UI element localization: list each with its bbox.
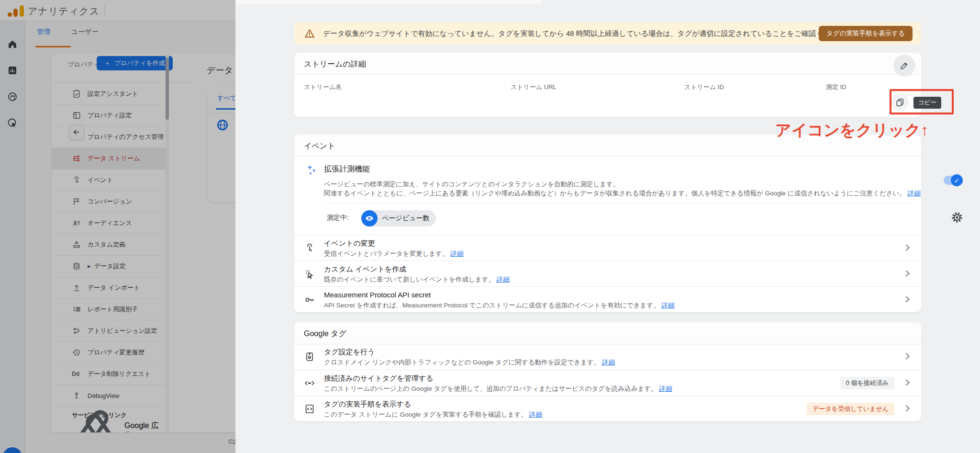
data-collection-warning-banner: データ収集がウェブサイトで有効になっていません。タグを実装してから 48 時間以…: [294, 23, 921, 45]
field-label-stream-name: ストリーム名: [304, 83, 342, 91]
enhanced-measurement-title: 拡張計測機能: [324, 164, 370, 174]
detail-link[interactable]: 詳細: [529, 411, 542, 418]
row-desc: 受信イベントとパラメータを変更します。 詳細: [324, 249, 463, 258]
list-item-measurement-protocol[interactable]: Measurement Protocol API secret API Secr…: [294, 286, 921, 312]
install-tag-icon: [304, 403, 315, 415]
enhanced-measurement-sparkle-icon: [305, 163, 318, 177]
row-title: Measurement Protocol API secret: [324, 291, 431, 299]
warning-triangle-icon: [304, 28, 315, 39]
connected-count-badge: 0 個を接続済み: [840, 377, 894, 389]
list-item-view-tag-instructions[interactable]: タグの実装手順を表示する このデータ ストリームに Google タグを実装する…: [294, 396, 921, 421]
annotation-text: アイコンをクリック↑: [775, 120, 928, 141]
field-label-stream-id: ストリーム ID: [684, 83, 724, 91]
divider: [324, 203, 912, 204]
chevron-right-icon: [902, 294, 913, 305]
magic-cursor-icon: [304, 268, 315, 280]
detail-link[interactable]: 詳細: [450, 250, 463, 257]
measuring-label: 測定中:: [327, 214, 349, 222]
pencil-icon: [900, 61, 909, 70]
stream-details-card: ストリームの詳細 ストリーム名 ストリーム URL ストリーム ID 測定 ID: [294, 53, 921, 117]
events-card: イベント 拡張計測機能 ページビューの標準測定に加え、サイトのコンテンツとのイン…: [294, 135, 921, 312]
list-item-create-custom-events[interactable]: カスタム イベントを作成 既存のイベントに基づいて新しいイベントを作成します。 …: [294, 260, 921, 286]
chevron-right-icon: [902, 377, 913, 388]
view-tag-instructions-button[interactable]: タグの実装手順を表示する: [819, 26, 913, 41]
no-data-badge: データを受信していません: [807, 403, 894, 415]
detail-link[interactable]: 詳細: [662, 302, 675, 309]
field-label-measurement-id: 測定 ID: [826, 83, 846, 91]
pageviews-chip[interactable]: ページビュー数: [361, 210, 436, 226]
chevron-right-icon: [902, 403, 913, 414]
list-item-configure-tag[interactable]: タグ設定を行う クロスドメイン リンクや内部トラフィックなどの Google タ…: [294, 344, 921, 370]
row-title: 接続済みのサイトタグを管理する: [324, 374, 434, 383]
row-desc: API Secret を作成すれば、Measurement Protocol で…: [324, 301, 675, 310]
chevron-right-icon: [902, 242, 913, 253]
stream-details-header: ストリームの詳細: [294, 53, 921, 75]
enhanced-measurement-toggle[interactable]: ✓: [944, 176, 961, 185]
chevron-right-icon: [902, 351, 913, 362]
annotation-highlight-rectangle: [890, 89, 954, 114]
chip-label: ページビュー数: [382, 214, 429, 223]
enhanced-measurement-settings-gear-icon[interactable]: [950, 210, 964, 225]
row-desc: 既存のイベントに基づいて新しいイベントを作成します。 詳細: [324, 275, 510, 284]
eye-icon: [361, 210, 378, 226]
flyout-top-strip: [235, 0, 542, 4]
row-desc: このストリームのページ上の Google タグを使用して、追加のプロパティまたは…: [324, 385, 672, 393]
detail-link[interactable]: 詳細: [497, 276, 510, 283]
field-label-stream-url: ストリーム URL: [511, 83, 557, 91]
touch-icon: [304, 242, 315, 254]
row-desc: このデータ ストリームに Google タグを実装する手順を確認します。 詳細: [324, 410, 542, 419]
section-title: ストリームの詳細: [304, 59, 366, 69]
list-item-modify-events[interactable]: イベントの変更 受信イベントとパラメータを変更します。 詳細: [294, 235, 921, 260]
list-item-manage-connected-tags[interactable]: 接続済みのサイトタグを管理する このストリームのページ上の Google タグを…: [294, 370, 921, 396]
tag-g-icon: [304, 351, 315, 362]
row-title: タグの実装手順を表示する: [324, 400, 411, 409]
google-tag-card: Google タグ タグ設定を行う クロスドメイン リンクや内部トラフィックなど…: [294, 322, 921, 421]
row-title: カスタム イベントを作成: [324, 265, 406, 274]
warning-text: データ収集がウェブサイトで有効になっていません。タグを実装してから 48 時間以…: [323, 29, 853, 38]
section-title: イベント: [304, 141, 335, 151]
detail-link[interactable]: 詳細: [602, 359, 615, 366]
detail-link[interactable]: 詳細: [908, 190, 921, 197]
code-tag-icon: [304, 377, 315, 389]
stream-details-flyout: データ収集がウェブサイトで有効になっていません。タグを実装してから 48 時間以…: [235, 0, 980, 453]
section-title: Google タグ: [304, 329, 346, 339]
google-tag-header: Google タグ: [294, 322, 921, 344]
row-desc: クロスドメイン リンクや内部トラフィックなどの Google タグに関する動作を…: [324, 358, 615, 367]
toggle-knob-check-icon: ✓: [951, 174, 963, 186]
row-title: イベントの変更: [324, 239, 375, 248]
enhanced-measurement-desc1: ページビューの標準測定に加え、サイトのコンテンツとのインタラクションを自動的に測…: [324, 180, 619, 189]
chevron-right-icon: [902, 268, 913, 279]
edit-stream-button[interactable]: [893, 55, 915, 77]
key-icon: [304, 294, 315, 306]
detail-link[interactable]: 詳細: [659, 385, 672, 392]
row-title: タグ設定を行う: [324, 348, 375, 357]
enhanced-measurement-desc2: 関連するイベントとともに、ページ上にある要素（リンクや埋め込み動画など）からもデ…: [324, 189, 921, 198]
